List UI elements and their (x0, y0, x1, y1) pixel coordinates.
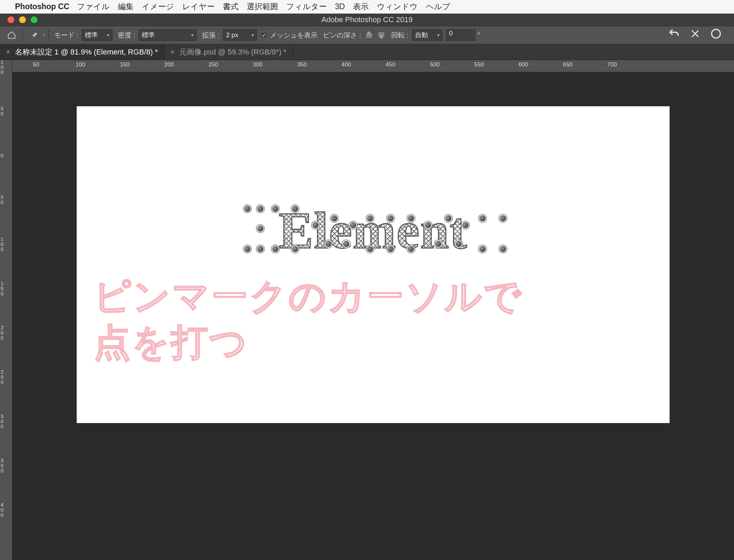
pin-tool-icon[interactable] (26, 29, 41, 42)
traffic-lights (7, 16, 37, 23)
show-mesh-checkbox[interactable]: ✓ メッシュを表示 (260, 31, 318, 40)
warp-pin[interactable] (434, 240, 442, 248)
maximize-window-button[interactable] (31, 16, 37, 23)
ruler-tick: 150 (120, 61, 129, 68)
ruler-tick: 400 (1, 502, 3, 517)
ruler-tick: 350 (1, 458, 3, 473)
density-value: 標準 (142, 31, 155, 40)
warp-pin[interactable] (244, 205, 251, 213)
ruler-tick: 100 (1, 236, 3, 252)
density-select[interactable]: 標準▾ (139, 29, 197, 41)
annotation-text: ピンマークのカーソルで 点を打つ (94, 273, 523, 365)
ruler-tick: 100 (1, 59, 3, 75)
annotation-line1: ピンマークのカーソルで (94, 276, 523, 317)
ruler-tick: 50 (33, 61, 40, 68)
warp-pin[interactable] (462, 221, 469, 229)
menu-help[interactable]: ヘルプ (426, 1, 450, 12)
menu-edit[interactable]: 編集 (118, 1, 134, 12)
warp-pin[interactable] (499, 245, 507, 253)
menu-3d[interactable]: 3D (335, 2, 345, 11)
workspace: 10050050100150200250300350400 5010015020… (0, 60, 734, 560)
home-icon[interactable] (4, 29, 19, 42)
menu-select[interactable]: 選択範囲 (247, 1, 278, 12)
annotation-line2: 点を打つ (94, 322, 248, 363)
warp-pin[interactable] (272, 205, 279, 213)
expand-select[interactable]: 2 px▾ (223, 29, 257, 41)
minimize-window-button[interactable] (19, 16, 26, 23)
density-label: 密度 : (118, 31, 135, 40)
menu-file[interactable]: ファイル (77, 1, 110, 12)
warp-pin[interactable] (331, 215, 338, 222)
warp-pin[interactable] (499, 215, 507, 222)
pin-backward-icon[interactable] (377, 31, 386, 40)
warp-pin[interactable] (244, 245, 251, 253)
warp-pin[interactable] (325, 240, 332, 248)
ruler-tick: 250 (1, 369, 3, 385)
ruler-tick: 500 (430, 61, 440, 68)
ruler-tick: 200 (164, 61, 174, 68)
menu-layer[interactable]: レイヤー (182, 1, 215, 12)
warp-pin[interactable] (257, 245, 264, 253)
checkbox-icon[interactable]: ✓ (260, 32, 267, 38)
warp-pin[interactable] (366, 215, 374, 222)
rotate-mode-select[interactable]: 自動▾ (412, 29, 443, 41)
mode-value: 標準 (85, 31, 98, 40)
close-icon[interactable]: × (170, 48, 174, 56)
menu-image[interactable]: イメージ (142, 1, 174, 12)
pin-forward-icon[interactable] (365, 31, 373, 40)
warp-pin[interactable] (291, 245, 299, 253)
commit-circle-icon[interactable] (710, 28, 722, 42)
warp-pin[interactable] (407, 245, 415, 253)
warp-pin[interactable] (424, 221, 432, 229)
undo-icon[interactable] (668, 28, 680, 43)
warp-pin[interactable] (342, 240, 350, 248)
cancel-icon[interactable] (690, 28, 701, 42)
vertical-ruler[interactable]: 10050050100150200250300350400 (0, 60, 12, 560)
close-window-button[interactable] (7, 16, 14, 23)
ruler-tick: 50 (1, 195, 3, 205)
menu-type[interactable]: 書式 (223, 1, 239, 12)
ruler-tick: 550 (474, 61, 484, 68)
document-tabs: × 名称未設定 1 @ 81.9% (Element, RGB/8) * × 元… (0, 44, 734, 60)
canvas[interactable]: Element ピンマークのカーソルで 点を打つ (77, 106, 670, 423)
warp-pin[interactable] (366, 245, 374, 253)
mac-menubar: Photoshop CC ファイル 編集 イメージ レイヤー 書式 選択範囲 フ… (0, 0, 734, 14)
canvas-area[interactable]: Element ピンマークのカーソルで 点を打つ (12, 72, 734, 560)
ruler-tick: 450 (386, 61, 395, 68)
ruler-tick: 300 (1, 414, 3, 429)
close-icon[interactable]: × (6, 48, 10, 56)
warp-pin[interactable] (479, 215, 486, 222)
menu-window[interactable]: ウィンドウ (377, 1, 418, 12)
warp-pin[interactable] (407, 215, 415, 222)
warp-pin[interactable] (455, 240, 462, 248)
warp-pin[interactable] (272, 245, 279, 253)
document-tab-inactive[interactable]: × 元画像.psd @ 59.3% (RGB/8*) * (164, 44, 293, 60)
warp-pin[interactable] (349, 221, 357, 229)
ruler-tick: 250 (209, 61, 218, 68)
warp-pin[interactable] (257, 225, 264, 232)
rotate-unit: ° (477, 31, 480, 39)
ruler-tick: 100 (76, 61, 85, 68)
warp-pin[interactable] (445, 215, 452, 222)
rotate-value: 0 (449, 30, 453, 37)
chevron-down-icon[interactable]: ▾ (43, 32, 45, 38)
warp-pin[interactable] (257, 205, 264, 213)
tab-label: 名称未設定 1 @ 81.9% (Element, RGB/8) * (15, 47, 158, 57)
rotate-value-input[interactable]: 0 (446, 29, 475, 41)
warp-pin[interactable] (312, 221, 319, 229)
warp-pin[interactable] (291, 205, 299, 213)
warp-pin[interactable] (387, 215, 394, 222)
expand-label: 拡張 : (202, 31, 219, 40)
warp-pin[interactable] (479, 245, 486, 253)
app-name[interactable]: Photoshop CC (15, 2, 70, 11)
mode-select[interactable]: 標準▾ (82, 29, 112, 41)
warp-pin[interactable] (387, 245, 394, 253)
pin-depth-label: ピンの深さ : (323, 31, 361, 40)
document-tab-active[interactable]: × 名称未設定 1 @ 81.9% (Element, RGB/8) * (0, 44, 164, 60)
ruler-tick: 150 (1, 281, 3, 296)
menu-view[interactable]: 表示 (353, 1, 369, 12)
horizontal-ruler[interactable]: 5010015020025030035040045050055060065070… (12, 60, 734, 72)
ruler-tick: 200 (1, 325, 3, 340)
tab-label: 元画像.psd @ 59.3% (RGB/8*) * (179, 47, 287, 57)
menu-filter[interactable]: フィルター (286, 1, 327, 12)
